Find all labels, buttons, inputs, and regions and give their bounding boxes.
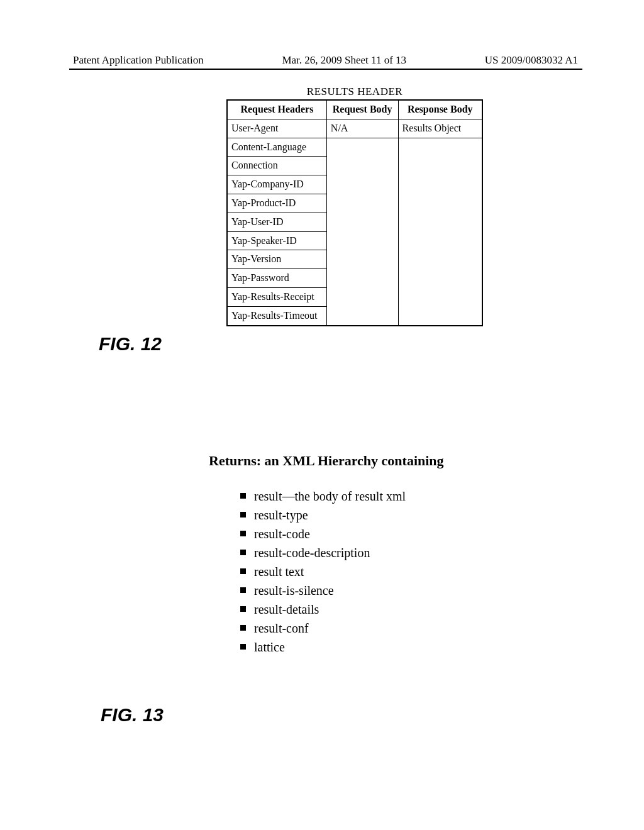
table-row: Yap-Version <box>227 250 482 269</box>
cell-response-body <box>398 306 482 325</box>
cell-response-body <box>398 213 482 231</box>
list-item: result-conf <box>240 620 498 637</box>
cell-request-body <box>326 194 398 213</box>
cell-request-body <box>326 175 398 194</box>
cell-request-body <box>326 287 398 306</box>
cell-request-body <box>326 269 398 288</box>
list-item: result-details <box>240 601 498 618</box>
table-row: Yap-User-ID <box>227 213 482 231</box>
cell-response-body <box>398 250 482 269</box>
table-header-row: Request Headers Request Body Response Bo… <box>227 100 482 119</box>
cell-request-header: Yap-Password <box>227 269 326 288</box>
cell-response-body <box>398 194 482 213</box>
cell-request-header: Yap-Results-Timeout <box>227 306 326 325</box>
table-row: Yap-Results-Receipt <box>227 287 482 306</box>
list-item: result text <box>240 563 498 580</box>
table-row: Content-Language <box>227 138 482 157</box>
col-request-headers: Request Headers <box>227 100 326 119</box>
list-item: result—the body of result xml <box>240 488 498 505</box>
table-row: Yap-Speaker-ID <box>227 231 482 250</box>
returns-title: Returns: an XML Hierarchy containing <box>209 453 498 469</box>
page-header: Patent Application Publication Mar. 26, … <box>73 54 578 67</box>
list-item: lattice <box>240 639 498 656</box>
results-table-body: User-AgentN/AResults ObjectContent-Langu… <box>227 119 482 325</box>
returns-list: result—the body of result xmlresult-type… <box>209 488 498 656</box>
table-row: Yap-Password <box>227 269 482 288</box>
header-divider <box>69 69 582 70</box>
figure-12-label: FIG. 12 <box>99 333 162 355</box>
cell-request-header: Connection <box>227 157 326 175</box>
table-row: Connection <box>227 157 482 175</box>
col-request-body: Request Body <box>326 100 398 119</box>
figure-12-table-block: RESULTS HEADER Request Headers Request B… <box>226 86 483 326</box>
results-header-table: Request Headers Request Body Response Bo… <box>226 99 483 326</box>
cell-response-body <box>398 269 482 288</box>
cell-response-body: Results Object <box>398 119 482 138</box>
cell-request-body <box>326 231 398 250</box>
cell-request-header: Yap-User-ID <box>227 213 326 231</box>
table-row: Yap-Results-Timeout <box>227 306 482 325</box>
cell-request-body: N/A <box>326 119 398 138</box>
list-item: result-type <box>240 507 498 524</box>
cell-request-body <box>326 250 398 269</box>
list-item: result-code <box>240 526 498 543</box>
cell-request-header: Yap-Results-Receipt <box>227 287 326 306</box>
header-date-sheet: Mar. 26, 2009 Sheet 11 of 13 <box>282 54 406 67</box>
table-row: Yap-Product-ID <box>227 194 482 213</box>
header-publication: Patent Application Publication <box>73 54 204 67</box>
cell-request-body <box>326 157 398 175</box>
table-row: User-AgentN/AResults Object <box>227 119 482 138</box>
figure-13-label: FIG. 13 <box>101 704 164 726</box>
list-item: result-code-description <box>240 545 498 562</box>
cell-request-header: Content-Language <box>227 138 326 157</box>
cell-request-header: User-Agent <box>227 119 326 138</box>
results-header-title: RESULTS HEADER <box>226 86 483 98</box>
col-response-body: Response Body <box>398 100 482 119</box>
cell-response-body <box>398 157 482 175</box>
table-row: Yap-Company-ID <box>227 175 482 194</box>
header-pub-number: US 2009/0083032 A1 <box>485 54 578 67</box>
cell-request-body <box>326 306 398 325</box>
cell-request-header: Yap-Version <box>227 250 326 269</box>
list-item: result-is-silence <box>240 582 498 599</box>
cell-response-body <box>398 175 482 194</box>
cell-request-header: Yap-Company-ID <box>227 175 326 194</box>
cell-request-body <box>326 138 398 157</box>
cell-response-body <box>398 231 482 250</box>
cell-request-header: Yap-Speaker-ID <box>227 231 326 250</box>
cell-request-body <box>326 213 398 231</box>
cell-response-body <box>398 138 482 157</box>
patent-page: Patent Application Publication Mar. 26, … <box>0 0 644 830</box>
cell-request-header: Yap-Product-ID <box>227 194 326 213</box>
cell-response-body <box>398 287 482 306</box>
figure-13-returns-block: Returns: an XML Hierarchy containing res… <box>209 453 498 658</box>
